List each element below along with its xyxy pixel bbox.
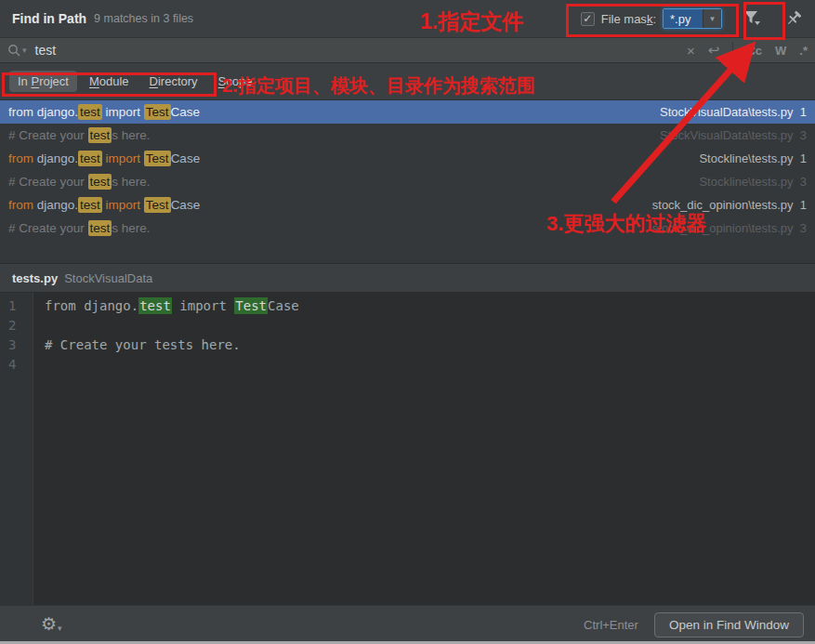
text-segment: import [106, 198, 141, 212]
search-query[interactable]: test [35, 43, 688, 58]
search-history-caret-icon: ▾ [22, 46, 27, 55]
text-segment: from django. [45, 298, 138, 313]
result-path: stock_dic_opinion\tests.py 3 [652, 221, 807, 235]
result-path: Stockline\tests.py 1 [699, 151, 807, 165]
history-icon[interactable]: ↩ [708, 42, 720, 59]
text-segment: Case [268, 298, 299, 313]
text-segment: import [102, 105, 144, 119]
text-segment: test [88, 220, 112, 236]
search-field[interactable]: ▾ test × ↩ Cc W .* [0, 37, 815, 63]
preview-filename: tests.py [12, 271, 58, 285]
text-segment: import [106, 151, 141, 165]
divider [732, 42, 733, 59]
result-row[interactable]: # Create your tests here.stock_dic_opini… [0, 217, 815, 240]
line-number: 3 [0, 335, 33, 355]
regex-toggle[interactable]: .* [799, 44, 808, 58]
editor-lines: 1from django.test import TestCase23# Cre… [0, 293, 815, 375]
filter-icon [743, 10, 762, 27]
top-controls: ✓ File mask: *.py ▾ [581, 0, 815, 37]
shortcut-hint: Ctrl+Enter [584, 618, 638, 632]
file-mask-value[interactable]: *.py [664, 9, 703, 28]
result-row[interactable]: from django.test import TestCaseStockVis… [0, 100, 815, 124]
result-row[interactable]: from django.test import TestCaseStocklin… [0, 147, 815, 170]
text-segment: from django. [8, 105, 78, 119]
text-segment: test [78, 104, 102, 120]
code-line: 1from django.test import TestCase [0, 296, 815, 316]
match-count: 9 matches in 3 files [94, 12, 193, 25]
line-number: 2 [0, 316, 33, 335]
result-path: StockVisualData\tests.py 3 [660, 128, 807, 142]
result-row[interactable]: from django.test import TestCasestock_di… [0, 193, 815, 217]
find-in-path-dialog: Find in Path 9 matches in 3 files ✓ File… [0, 0, 815, 644]
text-segment: s here. [112, 128, 150, 142]
text-segment: test [88, 174, 112, 190]
match-case-toggle[interactable]: Cc [746, 44, 762, 58]
text-segment: Test [144, 151, 171, 166]
text-segment: test [78, 197, 102, 213]
tab-directory[interactable]: Directory [141, 71, 206, 92]
chevron-down-icon[interactable]: ▾ [703, 9, 721, 28]
text-segment: from [8, 151, 33, 165]
file-mask-combobox[interactable]: *.py ▾ [663, 8, 722, 29]
tab-in-project[interactable]: In Project [9, 71, 77, 92]
text-segment: s here. [112, 175, 150, 189]
code-line: 2 [0, 316, 815, 335]
text-segment: # Create your tests here. [45, 337, 241, 352]
result-text: from django.test import TestCase [8, 105, 660, 119]
chevron-down-icon: ▾ [58, 624, 62, 633]
text-segment: django. [33, 198, 78, 212]
file-mask-group: ✓ File mask: *.py ▾ [581, 8, 722, 29]
result-text: # Create your tests here. [8, 128, 660, 142]
text-segment: Test [234, 297, 268, 314]
result-row[interactable]: # Create your tests here.Stockline\tests… [0, 170, 815, 193]
code-line: 3# Create your tests here. [0, 335, 815, 355]
text-segment: Case [171, 105, 201, 119]
text-segment: test [138, 297, 172, 314]
result-text: # Create your tests here. [8, 221, 652, 235]
text-segment: Test [144, 197, 171, 213]
result-path: StockVisualData\tests.py 1 [660, 105, 807, 119]
text-segment: from [8, 198, 33, 212]
text-segment: s here. [112, 221, 150, 235]
settings-button[interactable]: ⚙ ▾ [41, 616, 62, 633]
preview-project: StockVisualData [64, 271, 152, 285]
tab-scope[interactable]: Scope [210, 71, 261, 92]
gear-icon: ⚙ [41, 616, 57, 633]
text-segment: django. [33, 151, 78, 165]
text-segment: # Create your [8, 175, 88, 189]
text-segment: Case [171, 151, 201, 165]
filter-button[interactable] [739, 7, 767, 31]
scope-tabs: In ProjectModuleDirectoryScope [0, 63, 815, 99]
dialog-title: Find in Path [12, 11, 86, 26]
open-in-find-window-button[interactable]: Open in Find Window [654, 612, 804, 637]
line-number: 4 [0, 355, 33, 375]
line-number: 1 [0, 296, 33, 316]
result-text: # Create your tests here. [8, 175, 699, 189]
clear-search-icon[interactable]: × [687, 43, 695, 59]
preview-header: tests.py StockVisualData [0, 263, 815, 292]
text-segment: test [88, 127, 112, 143]
pin-button[interactable] [780, 7, 808, 31]
text-segment: import [172, 298, 234, 313]
text-segment: # Create your [8, 128, 88, 142]
whole-words-toggle[interactable]: W [775, 44, 786, 58]
preview-editor[interactable]: 1from django.test import TestCase23# Cre… [0, 292, 815, 605]
code-line: 4 [0, 355, 815, 375]
file-mask-label[interactable]: File mask: [601, 12, 656, 26]
search-icon[interactable]: ▾ [7, 44, 27, 58]
text-segment: Test [144, 104, 171, 120]
result-text: from django.test import TestCase [8, 151, 699, 165]
text-segment: Case [171, 198, 201, 212]
result-text: from django.test import TestCase [8, 198, 652, 212]
result-path: Stockline\tests.py 3 [699, 175, 807, 189]
search-results: from django.test import TestCaseStockVis… [0, 99, 815, 263]
tab-module[interactable]: Module [81, 71, 138, 92]
result-path: stock_dic_opinion\tests.py 1 [652, 198, 807, 212]
pin-icon [785, 10, 802, 27]
dialog-footer: ⚙ ▾ Ctrl+Enter Open in Find Window [0, 605, 815, 643]
text-segment: test [78, 151, 102, 166]
file-mask-checkbox[interactable]: ✓ [581, 12, 595, 26]
result-row[interactable]: # Create your tests here.StockVisualData… [0, 124, 815, 147]
text-segment: # Create your [8, 221, 88, 235]
